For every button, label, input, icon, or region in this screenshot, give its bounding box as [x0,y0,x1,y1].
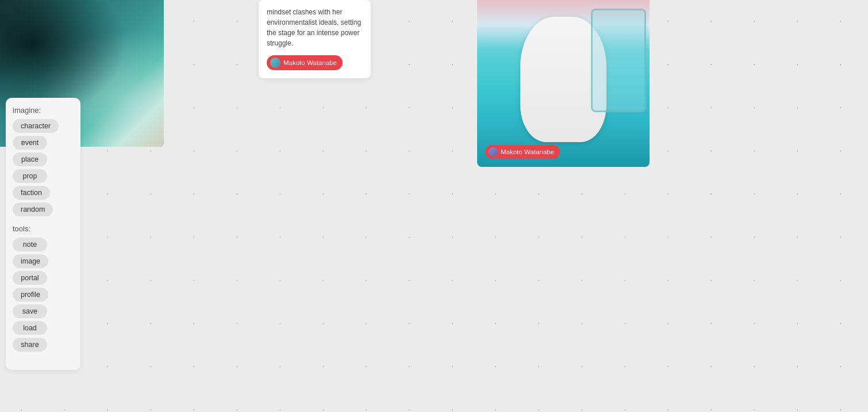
imagine-place-button[interactable]: place [13,152,47,166]
imagine-faction-button[interactable]: faction [13,186,50,200]
imagine-random-button[interactable]: random [13,203,53,216]
imagine-label: imagine: [13,106,74,115]
tools-load-button[interactable]: load [13,321,47,335]
character-tag-name-bottom: Makoto Watanabe [501,148,554,155]
tools-profile-button[interactable]: profile [13,288,48,302]
sidebar-panel: imagine: character event place prop fact… [6,98,80,370]
character-image [477,0,650,167]
character-tag-center[interactable]: Makoto Watanabe [267,55,343,70]
tools-share-button[interactable]: share [13,338,47,352]
character-image-card: Makoto Watanabe [477,0,650,167]
tools-label: tools: [13,224,74,233]
tools-image-button[interactable]: image [13,254,48,268]
character-tag-bottom[interactable]: Makoto Watanabe [485,145,560,159]
imagine-event-button[interactable]: event [13,136,47,150]
tools-portal-button[interactable]: portal [13,271,47,285]
text-card: mindset clashes with her environmentalis… [259,0,371,78]
card-text-body: mindset clashes with her environmentalis… [267,7,363,48]
imagine-prop-button[interactable]: prop [13,169,47,183]
character-avatar-center [270,58,281,68]
imagine-character-button[interactable]: character [13,119,59,133]
imagine-buttons: character event place prop faction rando… [13,119,74,216]
tools-save-button[interactable]: save [13,304,47,318]
tools-note-button[interactable]: note [13,238,47,251]
tools-buttons: note image portal profile save load shar… [13,238,74,352]
character-tag-name-center: Makoto Watanabe [283,59,337,66]
character-avatar-bottom [489,147,498,157]
